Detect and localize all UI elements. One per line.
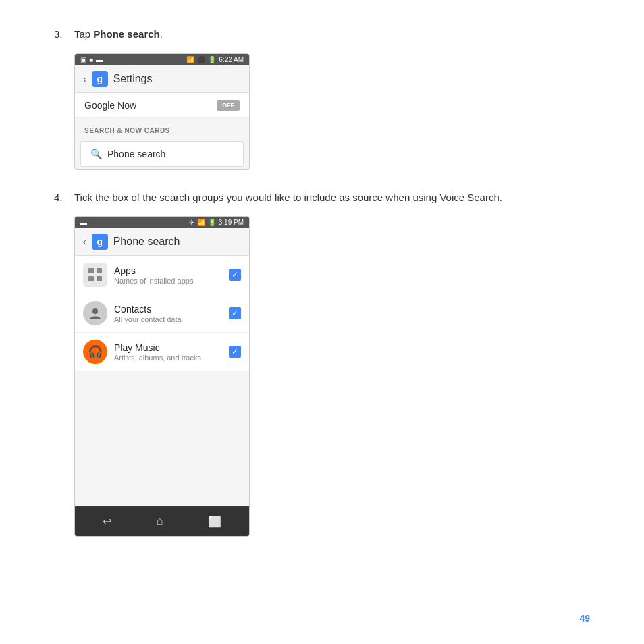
- playmusic-title: Play Music: [114, 342, 222, 353]
- apps-text: Apps Names of installed apps: [114, 265, 222, 285]
- phone1-icon1: ▣: [80, 56, 86, 63]
- apps-icon: [83, 263, 107, 287]
- phone1-network: ⬛: [197, 56, 205, 63]
- phone2-nav-bar: ↩ ⌂ ⬜: [75, 506, 249, 536]
- svg-point-4: [92, 308, 98, 314]
- apps-checkbox[interactable]: ✓: [229, 269, 241, 281]
- phone1-status-right: 📶 ⬛ 🔋 6:22 AM: [186, 56, 244, 63]
- phone2-back-arrow[interactable]: ‹: [83, 236, 86, 247]
- svg-rect-0: [88, 268, 94, 273]
- contacts-title: Contacts: [114, 304, 222, 315]
- playmusic-subtitle: Artists, albums, and tracks: [114, 354, 222, 362]
- page-number: 49: [579, 613, 590, 624]
- svg-rect-2: [88, 276, 94, 281]
- step4-text: Tick the box of the search groups you wo…: [74, 190, 590, 206]
- phone2-status-right: ✈ 📶 🔋 3:19 PM: [189, 219, 244, 226]
- playmusic-icon: 🎧: [83, 340, 107, 364]
- step3-text: Tap Phone search.: [74, 27, 590, 43]
- phone2-mockup: ▬ ✈ 📶 🔋 3:19 PM ‹ g Phone search: [74, 216, 250, 537]
- phone1-header: ‹ g Settings: [75, 65, 249, 93]
- svg-rect-3: [97, 276, 102, 281]
- phone1-back-arrow[interactable]: ‹: [83, 74, 86, 84]
- phone2-battery: 🔋: [208, 219, 216, 226]
- phone-search-bold: Phone search: [93, 28, 159, 40]
- nav-back-button[interactable]: ↩: [103, 515, 111, 528]
- phone2-status-left: ▬: [80, 219, 87, 226]
- apps-title: Apps: [114, 265, 222, 276]
- contacts-text: Contacts All your contact data: [114, 304, 222, 323]
- phone1-search-icon: 🔍: [90, 149, 102, 159]
- phone1-battery: 🔋: [208, 56, 216, 63]
- phone1-time: 6:22 AM: [219, 56, 244, 63]
- contacts-checkmark: ✓: [232, 309, 238, 317]
- phone2-airplane: ✈: [189, 219, 194, 226]
- phone1-icon3: ▬: [96, 56, 103, 63]
- playmusic-checkbox[interactable]: ✓: [229, 346, 241, 358]
- svg-rect-1: [97, 268, 102, 273]
- phone2-list: Apps Names of installed apps ✓: [75, 256, 249, 371]
- nav-recents-button[interactable]: ⬜: [208, 515, 221, 528]
- phone1-toggle[interactable]: OFF: [217, 100, 240, 111]
- phone1-googlenow-row: Google Now OFF: [75, 93, 249, 118]
- phone1-header-title: Settings: [113, 73, 153, 85]
- phone1-googlenow-label: Google Now: [84, 100, 136, 111]
- phone2-signal-bars: 📶: [197, 219, 205, 226]
- step3-number: 3.: [54, 27, 74, 40]
- nav-home-button[interactable]: ⌂: [157, 515, 163, 527]
- phone2-google-icon: g: [92, 234, 108, 250]
- list-item-apps[interactable]: Apps Names of installed apps ✓: [75, 256, 249, 294]
- phone1-status-left: ▣ ■ ▬: [80, 56, 103, 63]
- svg-text:🎧: 🎧: [88, 344, 103, 359]
- step4-number: 4.: [54, 190, 74, 203]
- phone2-status-bar: ▬ ✈ 📶 🔋 3:19 PM: [75, 217, 249, 228]
- phone1-mockup: ▣ ■ ▬ 📶 ⬛ 🔋 6:22 AM ‹ g Settings: [74, 53, 250, 170]
- playmusic-text: Play Music Artists, albums, and tracks: [114, 342, 222, 362]
- phone1-phonesearch-label: Phone search: [107, 149, 165, 159]
- phone2-header-title: Phone search: [113, 236, 180, 248]
- phone1-google-icon: g: [92, 71, 108, 87]
- phone1-section-header: SEARCH & NOW CARDS: [75, 118, 249, 138]
- phone1-section-text: SEARCH & NOW CARDS: [84, 127, 170, 134]
- contacts-checkbox[interactable]: ✓: [229, 307, 241, 319]
- phone1-status-bar: ▣ ■ ▬ 📶 ⬛ 🔋 6:22 AM: [75, 54, 249, 65]
- phone2-header: ‹ g Phone search: [75, 228, 249, 256]
- phone2-empty-area: [75, 371, 249, 506]
- list-item-contacts[interactable]: Contacts All your contact data ✓: [75, 294, 249, 333]
- list-item-playmusic[interactable]: 🎧 Play Music Artists, albums, and tracks…: [75, 333, 249, 371]
- apps-subtitle: Names of installed apps: [114, 277, 222, 285]
- phone1-icon2: ■: [89, 56, 93, 63]
- contacts-subtitle: All your contact data: [114, 315, 222, 323]
- phone1-signal: 📶: [186, 56, 194, 63]
- contacts-icon: [83, 301, 107, 325]
- apps-checkmark: ✓: [232, 271, 238, 279]
- phone2-icon1: ▬: [80, 219, 87, 226]
- phone2-time: 3:19 PM: [219, 219, 244, 226]
- playmusic-checkmark: ✓: [232, 348, 238, 356]
- phone1-phonesearch-row[interactable]: 🔍 Phone search: [80, 141, 244, 167]
